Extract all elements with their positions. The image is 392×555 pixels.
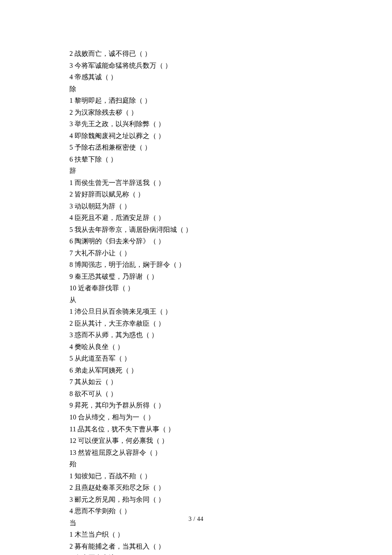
text-line: 9 昇死，其印为予群从所得（ ） xyxy=(69,399,392,411)
text-line: 3 举先王之政，以兴利除弊（ ） xyxy=(69,118,392,130)
text-line: 2 战败而亡，诚不得已（ ） xyxy=(69,48,392,60)
text-line: 2 臣从其计，大王亦幸赦臣（ ） xyxy=(69,318,392,330)
text-line: 3 今将军诚能命猛将统兵数万（ ） xyxy=(69,60,392,72)
text-line: 1 木兰当户织（ ） xyxy=(69,529,392,541)
text-line: 8 欲不可从（ ） xyxy=(69,388,392,400)
text-line: 11 品其名位，犹不失下曹从事（ ） xyxy=(69,423,392,435)
text-line: 5 我从去年辞帝京，谪居卧病浔阳城（ ） xyxy=(69,224,392,236)
text-line: 2 且燕赵处秦革灭殆尽之际（ ） xyxy=(69,482,392,494)
text-line: 12 可以便宜从事，何必禀我（ ） xyxy=(69,435,392,447)
text-line: 5 予除右丞相兼枢密使（ ） xyxy=(69,142,392,153)
text-line: 5 从此道至吾军（ ） xyxy=(69,353,392,364)
text-line: 除 xyxy=(69,83,392,95)
text-line: 1 知彼知已，百战不殆（ ） xyxy=(69,470,392,482)
text-line: 8 博闻强志，明于治乱，娴于辞令（ ） xyxy=(69,259,392,271)
text-line: 4 即除魏阉废祠之址以葬之（ ） xyxy=(69,130,392,142)
text-line: 3 有大石当中流（ ） xyxy=(69,552,392,555)
text-line: 殆 xyxy=(69,458,392,470)
text-line: 2 募有能捕之者，当其租入（ ） xyxy=(69,541,392,552)
text-line: 1 黎明即起，洒扫庭除（ ） xyxy=(69,95,392,107)
text-line: 6 弟走从军阿姨死（ ） xyxy=(69,364,392,376)
text-line: 2 为汉家除残去秽（ ） xyxy=(69,107,392,119)
text-line: 1 而侯生曾无一言半辞送我（ ） xyxy=(69,177,392,189)
text-line: 4 臣死且不避，卮酒安足辞（ ） xyxy=(69,212,392,224)
text-line: 辞 xyxy=(69,165,392,177)
text-line: 4 樊哙从良坐（ ） xyxy=(69,341,392,353)
text-line: 3 惑而不从师，其为惑也（ ） xyxy=(69,329,392,341)
text-line: 3 郦元之所见闻，殆与余同（ ） xyxy=(69,494,392,506)
text-line: 7 其从如云（ ） xyxy=(69,376,392,388)
text-line: 7 大礼不辞小让（ ） xyxy=(69,247,392,259)
text-line: 从 xyxy=(69,294,392,306)
text-line: 1 沛公旦日从百余骑来见项王（ ） xyxy=(69,306,392,318)
text-line: 10 近者奉辞伐罪（ ） xyxy=(69,282,392,294)
text-line: 4 帝感其诚（ ） xyxy=(69,71,392,83)
text-line: 6 陶渊明的《归去来兮辞》（ ） xyxy=(69,235,392,247)
page-footer: 3 / 44 xyxy=(0,514,392,524)
text-line: 10 合从缔交，相与为一（ ） xyxy=(69,411,392,423)
text-line: 3 动以朝廷为辞（ ） xyxy=(69,200,392,212)
text-line: 6 扶辇下除（ ） xyxy=(69,153,392,165)
text-line: 9 秦王恐其破璧，乃辞谢（ ） xyxy=(69,271,392,283)
text-line: 13 然皆祖屈原之从容辞令（ ） xyxy=(69,447,392,459)
text-line: 2 皆好辞而以赋见称（ ） xyxy=(69,188,392,200)
